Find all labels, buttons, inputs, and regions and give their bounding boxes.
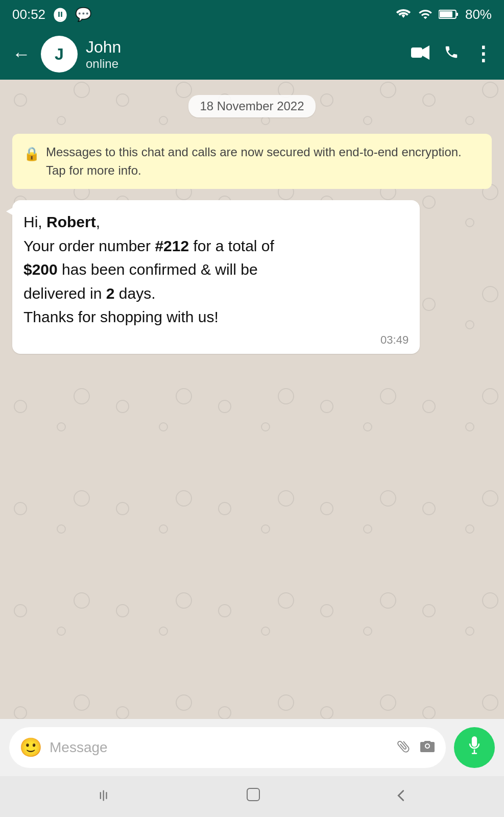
order-total: $200: [23, 261, 58, 278]
svg-rect-2: [456, 13, 458, 16]
svg-rect-3: [411, 47, 422, 58]
svg-rect-9: [100, 792, 101, 799]
time-display: 00:52: [12, 7, 45, 22]
delivery-days: 2: [106, 285, 115, 302]
message-timestamp: 03:49: [23, 333, 409, 347]
battery-percent: 80%: [465, 7, 492, 22]
contact-name: John: [86, 37, 403, 57]
svg-rect-1: [440, 11, 452, 17]
emoji-button[interactable]: 🙂: [19, 737, 42, 758]
bottom-navigation: [0, 776, 504, 817]
input-bar: 🙂: [0, 719, 504, 776]
attachment-button[interactable]: [393, 735, 417, 760]
date-label: 18 November 2022: [188, 95, 315, 117]
contact-status: online: [86, 57, 403, 71]
whatsapp-icon: 💬: [75, 7, 91, 22]
mic-icon: [466, 736, 483, 759]
encryption-text: Messages to this chat and calls are now …: [46, 143, 481, 180]
more-options-button[interactable]: ⋮: [473, 43, 494, 65]
chat-area: 18 November 2022 🔒 Messages to this chat…: [0, 80, 504, 719]
status-right: 80%: [395, 7, 492, 22]
chat-scroll: 18 November 2022 🔒 Messages to this chat…: [0, 80, 504, 364]
date-divider: 18 November 2022: [12, 95, 492, 117]
header-actions: ⋮: [411, 43, 494, 65]
back-button-nav[interactable]: [395, 787, 407, 807]
contact-info[interactable]: John online: [86, 37, 403, 71]
voice-call-button[interactable]: [444, 44, 459, 64]
battery-icon: [439, 8, 459, 20]
status-bar: 00:52 💬 80%: [0, 0, 504, 29]
svg-rect-6: [472, 736, 477, 747]
svg-rect-10: [103, 790, 104, 801]
svg-marker-4: [422, 45, 429, 60]
whatsapp-status-icon: [53, 7, 68, 22]
lock-icon: 🔒: [23, 144, 40, 164]
svg-rect-8: [472, 753, 477, 754]
order-number: #212: [155, 237, 189, 254]
recipient-name: Robert: [46, 213, 96, 230]
message-input[interactable]: [50, 739, 390, 756]
status-left: 00:52 💬: [12, 7, 91, 22]
home-button[interactable]: [245, 786, 261, 807]
svg-rect-11: [106, 792, 107, 799]
message-body: Hi, Robert, Your order number #212 for a…: [23, 210, 409, 329]
recent-apps-button[interactable]: [98, 787, 112, 807]
mic-button[interactable]: [454, 727, 495, 768]
chat-header: ← J John online ⋮: [0, 29, 504, 80]
wifi-icon: [395, 7, 412, 21]
message-input-wrapper: 🙂: [9, 727, 446, 768]
svg-rect-12: [247, 788, 259, 801]
svg-point-5: [426, 744, 429, 748]
video-call-button[interactable]: [411, 45, 429, 64]
contact-avatar: J: [41, 36, 78, 73]
signal-icon: [418, 7, 433, 21]
back-button[interactable]: ←: [10, 41, 33, 67]
camera-button[interactable]: [419, 739, 436, 757]
encryption-notice[interactable]: 🔒 Messages to this chat and calls are no…: [12, 134, 492, 189]
avatar-initial: J: [55, 45, 64, 64]
message-bubble-received: Hi, Robert, Your order number #212 for a…: [12, 200, 420, 354]
